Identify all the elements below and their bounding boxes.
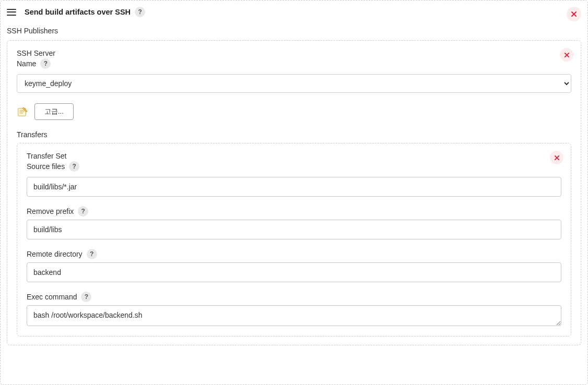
name-label: Name: [17, 59, 36, 68]
source-files-input[interactable]: [27, 177, 561, 197]
notepad-icon: [17, 106, 28, 117]
help-icon[interactable]: ?: [87, 249, 97, 259]
exec-command-input[interactable]: [27, 305, 561, 326]
section-title: Send build artifacts over SSH: [25, 8, 131, 16]
remove-publisher-button[interactable]: [560, 48, 573, 62]
remote-directory-input[interactable]: [27, 262, 561, 282]
transfer-set-heading: Transfer Set: [27, 152, 67, 160]
server-toolbar: 고급...: [17, 103, 571, 120]
section-header: Send build artifacts over SSH ?: [7, 7, 581, 17]
help-icon[interactable]: ?: [69, 161, 79, 172]
ssh-publishers-label: SSH Publishers: [7, 27, 581, 35]
source-files-label: Source files: [27, 162, 65, 171]
remove-step-button[interactable]: [567, 7, 581, 21]
ssh-server-label-group: SSH Server Name ?: [17, 49, 571, 69]
exec-command-label: Exec command: [27, 293, 77, 301]
transfer-set-label-group: Transfer Set Source files ?: [27, 152, 561, 172]
help-icon[interactable]: ?: [135, 7, 145, 17]
help-icon[interactable]: ?: [78, 206, 88, 216]
remote-directory-label: Remote directory: [27, 250, 83, 258]
advanced-button[interactable]: 고급...: [34, 103, 74, 120]
transfers-label: Transfers: [17, 130, 571, 139]
remove-transfer-button[interactable]: [550, 151, 563, 164]
transfer-set-panel: Transfer Set Source files ? Remove prefi…: [17, 143, 571, 336]
ssh-server-heading: SSH Server: [17, 49, 55, 57]
remove-prefix-label: Remove prefix: [27, 207, 74, 215]
help-icon[interactable]: ?: [40, 58, 51, 69]
help-icon[interactable]: ?: [81, 292, 91, 302]
drag-handle-icon[interactable]: [7, 7, 17, 17]
remove-prefix-input[interactable]: [27, 220, 561, 239]
ssh-publisher-panel: SSH Server Name ? keyme_deploy 고급...: [7, 40, 581, 345]
build-step-container: Send build artifacts over SSH ? SSH Publ…: [0, 0, 588, 385]
ssh-server-name-select[interactable]: keyme_deploy: [17, 74, 571, 93]
